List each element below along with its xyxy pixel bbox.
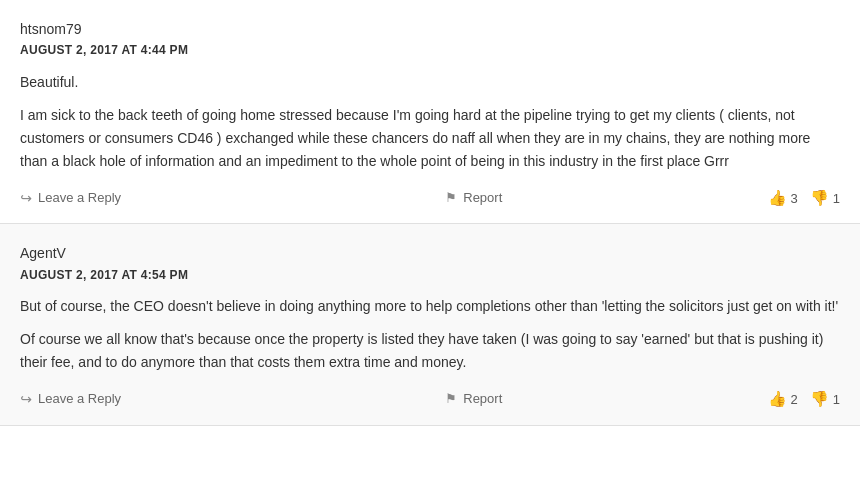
thumbs-up-icon: 👍: [768, 390, 787, 408]
flag-icon: ⚑: [445, 188, 457, 209]
upvote-count: 2: [791, 392, 798, 407]
comment-username-1: htsnom79: [20, 18, 840, 40]
upvote-count: 3: [791, 191, 798, 206]
leave-reply-label: Leave a Reply: [38, 188, 121, 209]
downvote-count: 1: [833, 191, 840, 206]
comment-paragraph: But of course, the CEO doesn't believe i…: [20, 295, 840, 318]
comment-paragraph: Beautiful.: [20, 71, 840, 94]
report-label: Report: [463, 188, 502, 209]
thumbs-up-icon: 👍: [768, 189, 787, 207]
reply-icon: ↩: [20, 388, 32, 410]
vote-section-2: 👍2👎1: [768, 390, 840, 408]
thumbs-down-icon: 👎: [810, 390, 829, 408]
upvote-button-1[interactable]: 👍3: [768, 189, 798, 207]
downvote-button-1[interactable]: 👎1: [810, 189, 840, 207]
page-container: htsnom79AUGUST 2, 2017 AT 4:44 PMBeautif…: [0, 0, 860, 426]
report-button-1[interactable]: ⚑Report: [180, 188, 768, 209]
comment-text-2: But of course, the CEO doesn't believe i…: [20, 295, 840, 374]
comment-actions-2: ↩Leave a Reply⚑Report👍2👎1: [20, 388, 840, 410]
comment-paragraph: I am sick to the back teeth of going hom…: [20, 104, 840, 173]
thumbs-down-icon: 👎: [810, 189, 829, 207]
comment-date-1: AUGUST 2, 2017 AT 4:44 PM: [20, 41, 840, 60]
upvote-button-2[interactable]: 👍2: [768, 390, 798, 408]
leave-reply-label: Leave a Reply: [38, 389, 121, 410]
comment-text-1: Beautiful.I am sick to the back teeth of…: [20, 71, 840, 173]
report-button-2[interactable]: ⚑Report: [180, 389, 768, 410]
comment-username-2: AgentV: [20, 242, 840, 264]
comment-block-1: htsnom79AUGUST 2, 2017 AT 4:44 PMBeautif…: [0, 0, 860, 224]
flag-icon: ⚑: [445, 389, 457, 410]
comment-paragraph: Of course we all know that's because onc…: [20, 328, 840, 374]
vote-section-1: 👍3👎1: [768, 189, 840, 207]
report-label: Report: [463, 389, 502, 410]
comment-actions-1: ↩Leave a Reply⚑Report👍3👎1: [20, 187, 840, 209]
downvote-count: 1: [833, 392, 840, 407]
comment-date-2: AUGUST 2, 2017 AT 4:54 PM: [20, 266, 840, 285]
leave-reply-button-1[interactable]: ↩Leave a Reply: [20, 187, 180, 209]
downvote-button-2[interactable]: 👎1: [810, 390, 840, 408]
comment-block-2: AgentVAUGUST 2, 2017 AT 4:54 PMBut of co…: [0, 224, 860, 425]
reply-icon: ↩: [20, 187, 32, 209]
leave-reply-button-2[interactable]: ↩Leave a Reply: [20, 388, 180, 410]
